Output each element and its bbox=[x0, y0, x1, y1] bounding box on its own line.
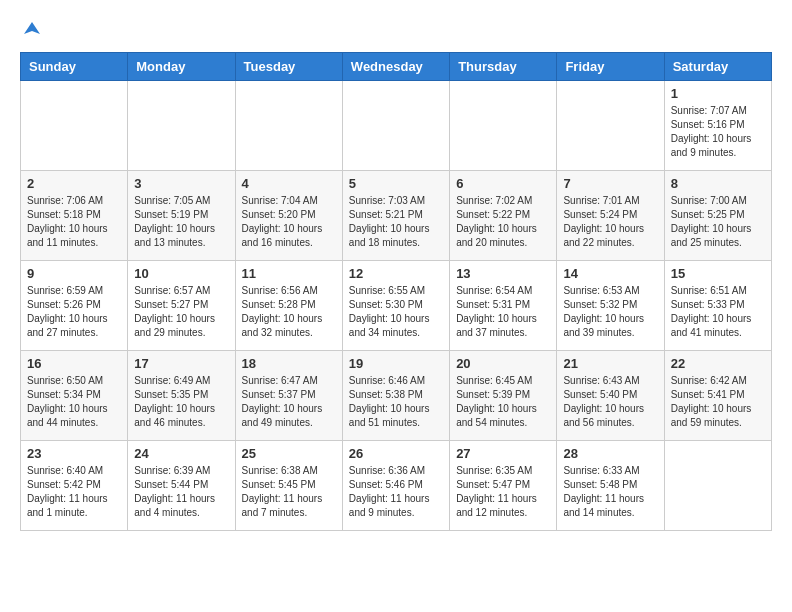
day-info: Sunrise: 6:54 AMSunset: 5:31 PMDaylight:… bbox=[456, 284, 550, 340]
day-number: 26 bbox=[349, 446, 443, 461]
day-info: Sunrise: 7:02 AMSunset: 5:22 PMDaylight:… bbox=[456, 194, 550, 250]
weekday-header-friday: Friday bbox=[557, 53, 664, 81]
day-number: 9 bbox=[27, 266, 121, 281]
calendar-cell: 3Sunrise: 7:05 AMSunset: 5:19 PMDaylight… bbox=[128, 171, 235, 261]
day-info: Sunrise: 6:53 AMSunset: 5:32 PMDaylight:… bbox=[563, 284, 657, 340]
day-info: Sunrise: 6:57 AMSunset: 5:27 PMDaylight:… bbox=[134, 284, 228, 340]
calendar-cell: 23Sunrise: 6:40 AMSunset: 5:42 PMDayligh… bbox=[21, 441, 128, 531]
calendar-cell bbox=[21, 81, 128, 171]
day-number: 12 bbox=[349, 266, 443, 281]
day-number: 27 bbox=[456, 446, 550, 461]
calendar-cell: 8Sunrise: 7:00 AMSunset: 5:25 PMDaylight… bbox=[664, 171, 771, 261]
day-number: 4 bbox=[242, 176, 336, 191]
calendar-cell: 22Sunrise: 6:42 AMSunset: 5:41 PMDayligh… bbox=[664, 351, 771, 441]
calendar-cell: 5Sunrise: 7:03 AMSunset: 5:21 PMDaylight… bbox=[342, 171, 449, 261]
calendar-cell: 18Sunrise: 6:47 AMSunset: 5:37 PMDayligh… bbox=[235, 351, 342, 441]
logo-bird-icon bbox=[22, 20, 42, 40]
day-info: Sunrise: 7:04 AMSunset: 5:20 PMDaylight:… bbox=[242, 194, 336, 250]
day-number: 10 bbox=[134, 266, 228, 281]
calendar-table: SundayMondayTuesdayWednesdayThursdayFrid… bbox=[20, 52, 772, 531]
weekday-header-monday: Monday bbox=[128, 53, 235, 81]
calendar-cell: 10Sunrise: 6:57 AMSunset: 5:27 PMDayligh… bbox=[128, 261, 235, 351]
day-info: Sunrise: 6:59 AMSunset: 5:26 PMDaylight:… bbox=[27, 284, 121, 340]
day-number: 7 bbox=[563, 176, 657, 191]
calendar-cell bbox=[128, 81, 235, 171]
day-number: 25 bbox=[242, 446, 336, 461]
day-number: 17 bbox=[134, 356, 228, 371]
logo bbox=[20, 20, 42, 36]
calendar-cell: 17Sunrise: 6:49 AMSunset: 5:35 PMDayligh… bbox=[128, 351, 235, 441]
calendar-cell: 4Sunrise: 7:04 AMSunset: 5:20 PMDaylight… bbox=[235, 171, 342, 261]
day-info: Sunrise: 6:46 AMSunset: 5:38 PMDaylight:… bbox=[349, 374, 443, 430]
day-info: Sunrise: 7:06 AMSunset: 5:18 PMDaylight:… bbox=[27, 194, 121, 250]
calendar-cell: 27Sunrise: 6:35 AMSunset: 5:47 PMDayligh… bbox=[450, 441, 557, 531]
calendar-week-2: 2Sunrise: 7:06 AMSunset: 5:18 PMDaylight… bbox=[21, 171, 772, 261]
day-number: 14 bbox=[563, 266, 657, 281]
day-info: Sunrise: 6:35 AMSunset: 5:47 PMDaylight:… bbox=[456, 464, 550, 520]
calendar-cell: 19Sunrise: 6:46 AMSunset: 5:38 PMDayligh… bbox=[342, 351, 449, 441]
calendar-cell: 2Sunrise: 7:06 AMSunset: 5:18 PMDaylight… bbox=[21, 171, 128, 261]
day-info: Sunrise: 6:33 AMSunset: 5:48 PMDaylight:… bbox=[563, 464, 657, 520]
calendar-cell: 1Sunrise: 7:07 AMSunset: 5:16 PMDaylight… bbox=[664, 81, 771, 171]
calendar-week-5: 23Sunrise: 6:40 AMSunset: 5:42 PMDayligh… bbox=[21, 441, 772, 531]
day-info: Sunrise: 7:03 AMSunset: 5:21 PMDaylight:… bbox=[349, 194, 443, 250]
weekday-header-row: SundayMondayTuesdayWednesdayThursdayFrid… bbox=[21, 53, 772, 81]
day-info: Sunrise: 6:38 AMSunset: 5:45 PMDaylight:… bbox=[242, 464, 336, 520]
calendar-cell: 20Sunrise: 6:45 AMSunset: 5:39 PMDayligh… bbox=[450, 351, 557, 441]
day-number: 5 bbox=[349, 176, 443, 191]
calendar-cell: 13Sunrise: 6:54 AMSunset: 5:31 PMDayligh… bbox=[450, 261, 557, 351]
page-header bbox=[20, 20, 772, 36]
calendar-cell bbox=[557, 81, 664, 171]
weekday-header-tuesday: Tuesday bbox=[235, 53, 342, 81]
calendar-week-3: 9Sunrise: 6:59 AMSunset: 5:26 PMDaylight… bbox=[21, 261, 772, 351]
day-number: 21 bbox=[563, 356, 657, 371]
calendar-cell: 16Sunrise: 6:50 AMSunset: 5:34 PMDayligh… bbox=[21, 351, 128, 441]
day-info: Sunrise: 7:01 AMSunset: 5:24 PMDaylight:… bbox=[563, 194, 657, 250]
day-info: Sunrise: 6:47 AMSunset: 5:37 PMDaylight:… bbox=[242, 374, 336, 430]
weekday-header-sunday: Sunday bbox=[21, 53, 128, 81]
day-number: 11 bbox=[242, 266, 336, 281]
day-info: Sunrise: 7:05 AMSunset: 5:19 PMDaylight:… bbox=[134, 194, 228, 250]
day-number: 23 bbox=[27, 446, 121, 461]
day-info: Sunrise: 6:50 AMSunset: 5:34 PMDaylight:… bbox=[27, 374, 121, 430]
day-number: 24 bbox=[134, 446, 228, 461]
day-info: Sunrise: 6:55 AMSunset: 5:30 PMDaylight:… bbox=[349, 284, 443, 340]
calendar-cell: 28Sunrise: 6:33 AMSunset: 5:48 PMDayligh… bbox=[557, 441, 664, 531]
calendar-cell bbox=[450, 81, 557, 171]
day-info: Sunrise: 7:07 AMSunset: 5:16 PMDaylight:… bbox=[671, 104, 765, 160]
calendar-cell: 21Sunrise: 6:43 AMSunset: 5:40 PMDayligh… bbox=[557, 351, 664, 441]
calendar-cell: 9Sunrise: 6:59 AMSunset: 5:26 PMDaylight… bbox=[21, 261, 128, 351]
day-number: 2 bbox=[27, 176, 121, 191]
day-number: 16 bbox=[27, 356, 121, 371]
calendar-cell bbox=[342, 81, 449, 171]
day-info: Sunrise: 6:40 AMSunset: 5:42 PMDaylight:… bbox=[27, 464, 121, 520]
day-number: 28 bbox=[563, 446, 657, 461]
day-info: Sunrise: 6:43 AMSunset: 5:40 PMDaylight:… bbox=[563, 374, 657, 430]
day-number: 6 bbox=[456, 176, 550, 191]
calendar-cell: 25Sunrise: 6:38 AMSunset: 5:45 PMDayligh… bbox=[235, 441, 342, 531]
day-number: 3 bbox=[134, 176, 228, 191]
calendar-cell bbox=[664, 441, 771, 531]
day-number: 13 bbox=[456, 266, 550, 281]
weekday-header-saturday: Saturday bbox=[664, 53, 771, 81]
day-info: Sunrise: 6:56 AMSunset: 5:28 PMDaylight:… bbox=[242, 284, 336, 340]
weekday-header-wednesday: Wednesday bbox=[342, 53, 449, 81]
day-number: 22 bbox=[671, 356, 765, 371]
day-info: Sunrise: 6:36 AMSunset: 5:46 PMDaylight:… bbox=[349, 464, 443, 520]
day-info: Sunrise: 6:39 AMSunset: 5:44 PMDaylight:… bbox=[134, 464, 228, 520]
svg-marker-0 bbox=[24, 22, 40, 34]
calendar-cell: 26Sunrise: 6:36 AMSunset: 5:46 PMDayligh… bbox=[342, 441, 449, 531]
day-info: Sunrise: 6:42 AMSunset: 5:41 PMDaylight:… bbox=[671, 374, 765, 430]
calendar-cell: 24Sunrise: 6:39 AMSunset: 5:44 PMDayligh… bbox=[128, 441, 235, 531]
day-info: Sunrise: 7:00 AMSunset: 5:25 PMDaylight:… bbox=[671, 194, 765, 250]
day-info: Sunrise: 6:49 AMSunset: 5:35 PMDaylight:… bbox=[134, 374, 228, 430]
calendar-cell: 15Sunrise: 6:51 AMSunset: 5:33 PMDayligh… bbox=[664, 261, 771, 351]
calendar-cell: 6Sunrise: 7:02 AMSunset: 5:22 PMDaylight… bbox=[450, 171, 557, 261]
day-info: Sunrise: 6:45 AMSunset: 5:39 PMDaylight:… bbox=[456, 374, 550, 430]
weekday-header-thursday: Thursday bbox=[450, 53, 557, 81]
calendar-cell bbox=[235, 81, 342, 171]
day-number: 1 bbox=[671, 86, 765, 101]
day-number: 8 bbox=[671, 176, 765, 191]
day-number: 20 bbox=[456, 356, 550, 371]
day-info: Sunrise: 6:51 AMSunset: 5:33 PMDaylight:… bbox=[671, 284, 765, 340]
